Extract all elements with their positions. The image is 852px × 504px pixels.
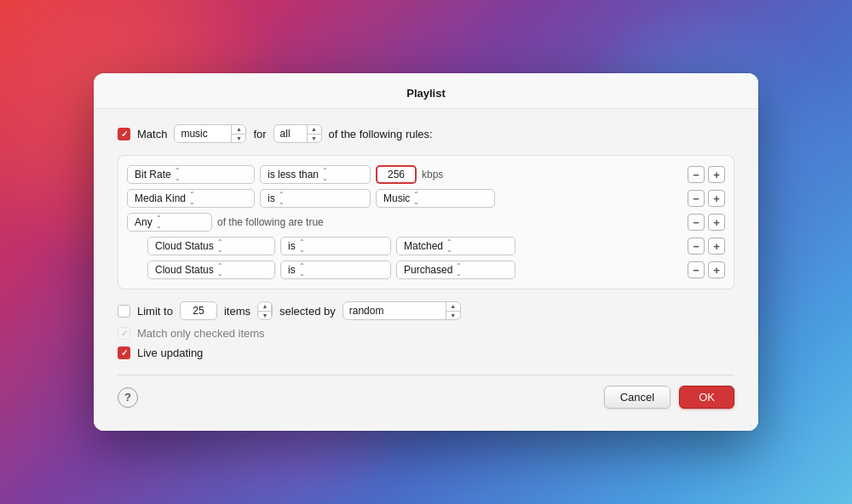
rule2-value-dropdown[interactable]: Music ⌃⌄ bbox=[376, 189, 495, 208]
rule1-field-dropdown[interactable]: Bit Rate ⌃⌄ bbox=[127, 165, 255, 184]
match-row: Match music movies TV Shows podcasts ▲ ▼… bbox=[118, 124, 734, 143]
rule1-remove-btn[interactable]: − bbox=[688, 166, 705, 183]
rule1-unit: kbps bbox=[422, 169, 443, 180]
match-label: Match bbox=[137, 128, 167, 140]
match-type-dropdown[interactable]: music movies TV Shows podcasts bbox=[175, 125, 231, 142]
nested1-remove-btn[interactable]: − bbox=[688, 238, 705, 255]
footer-divider bbox=[118, 375, 734, 375]
rule1-operator-dropdown[interactable]: is less than ⌃⌄ bbox=[260, 165, 371, 184]
live-updating-label: Live updating bbox=[137, 346, 203, 359]
nested1-value-text: Matched bbox=[404, 240, 443, 252]
nested1-add-btn[interactable]: + bbox=[708, 238, 725, 255]
live-updating-checkbox[interactable] bbox=[118, 346, 130, 359]
rule2-buttons: − + bbox=[688, 190, 725, 207]
rule-row-1: Bit Rate ⌃⌄ is less than ⌃⌄ kbps − + bbox=[127, 163, 725, 186]
selected-by-label: selected by bbox=[279, 305, 336, 318]
rule3-field-dropdown[interactable]: Any ⌃⌄ bbox=[127, 213, 212, 232]
match-type-up-arrow[interactable]: ▲ bbox=[232, 125, 245, 135]
rule2-operator-dropdown[interactable]: is ⌃⌄ bbox=[260, 189, 371, 208]
rule1-field-value: Bit Rate bbox=[135, 169, 171, 180]
nested1-buttons: − + bbox=[688, 238, 725, 255]
condition-dropdown[interactable]: all any none bbox=[274, 125, 307, 142]
of-following-label: of the following rules: bbox=[329, 128, 433, 140]
rule2-operator-arrow: ⌃⌄ bbox=[279, 191, 285, 206]
nested2-operator-arrow: ⌃⌄ bbox=[299, 262, 305, 278]
ok-button[interactable]: OK bbox=[679, 386, 734, 409]
nested-rule-row-2: Cloud Status ⌃⌄ is ⌃⌄ Purchased ⌃⌄ − + bbox=[127, 258, 725, 282]
nested2-value-text: Purchased bbox=[404, 264, 452, 276]
nested2-add-btn[interactable]: + bbox=[708, 261, 725, 278]
rule-row-3: Any ⌃⌄ of the following are true − + bbox=[127, 210, 725, 234]
dialog-overlay: Playlist Match music movies TV Shows pod… bbox=[0, 0, 852, 504]
nested1-field-value: Cloud Status bbox=[155, 240, 214, 252]
limit-label: Limit to bbox=[137, 305, 173, 318]
nested2-field-dropdown[interactable]: Cloud Status ⌃⌄ bbox=[147, 261, 275, 279]
selected-by-up-arrow[interactable]: ▲ bbox=[446, 302, 460, 312]
limit-input[interactable] bbox=[180, 301, 217, 320]
nested1-field-dropdown[interactable]: Cloud Status ⌃⌄ bbox=[147, 237, 275, 255]
nested1-operator-arrow: ⌃⌄ bbox=[299, 238, 305, 254]
limit-row: Limit to items ▲ ▼ selected by random al… bbox=[118, 301, 734, 320]
condition-arrows: ▲ ▼ bbox=[307, 125, 321, 142]
selected-by-select[interactable]: random album artist genre highest rating… bbox=[343, 301, 461, 320]
match-checked-row: Match only checked items bbox=[118, 327, 734, 340]
rule2-operator-value: is bbox=[268, 192, 275, 204]
items-label: items bbox=[224, 305, 250, 318]
rules-container: Bit Rate ⌃⌄ is less than ⌃⌄ kbps − + bbox=[118, 155, 734, 289]
condition-select[interactable]: all any none ▲ ▼ bbox=[273, 124, 322, 143]
footer-buttons: Cancel OK bbox=[604, 386, 734, 409]
condition-up-arrow[interactable]: ▲ bbox=[308, 125, 321, 135]
rule3-remove-btn[interactable]: − bbox=[688, 214, 705, 231]
rule3-field-arrow: ⌃⌄ bbox=[156, 215, 162, 230]
nested2-operator-value: is bbox=[288, 264, 296, 276]
nested2-value-arrow: ⌃⌄ bbox=[456, 262, 462, 278]
rule1-value-input[interactable] bbox=[376, 165, 417, 184]
match-type-down-arrow[interactable]: ▼ bbox=[232, 135, 245, 143]
rule3-static-text: of the following are true bbox=[217, 216, 324, 228]
nested2-buttons: − + bbox=[688, 261, 725, 278]
items-down-arrow[interactable]: ▼ bbox=[258, 312, 272, 320]
for-label: for bbox=[253, 128, 266, 140]
match-checked-label: Match only checked items bbox=[137, 327, 265, 340]
nested2-remove-btn[interactable]: − bbox=[688, 261, 705, 278]
live-updating-row: Live updating bbox=[118, 346, 734, 359]
nested2-operator-dropdown[interactable]: is ⌃⌄ bbox=[280, 261, 391, 279]
help-label: ? bbox=[124, 391, 131, 404]
dialog-title: Playlist bbox=[406, 87, 446, 100]
rule2-field-dropdown[interactable]: Media Kind ⌃⌄ bbox=[127, 189, 255, 208]
nested1-field-arrow: ⌃⌄ bbox=[217, 238, 223, 254]
selected-by-arrows: ▲ ▼ bbox=[446, 302, 460, 319]
limit-checkbox[interactable] bbox=[118, 305, 130, 318]
dialog-titlebar: Playlist bbox=[94, 73, 758, 109]
selected-by-down-arrow[interactable]: ▼ bbox=[446, 312, 460, 320]
rule2-value-arrow: ⌃⌄ bbox=[413, 191, 419, 206]
nested2-field-arrow: ⌃⌄ bbox=[217, 262, 223, 278]
help-button[interactable]: ? bbox=[118, 387, 138, 408]
rule2-remove-btn[interactable]: − bbox=[688, 190, 705, 207]
nested1-value-arrow: ⌃⌄ bbox=[446, 238, 452, 254]
nested-rule-row-1: Cloud Status ⌃⌄ is ⌃⌄ Matched ⌃⌄ − + bbox=[127, 234, 725, 258]
nested1-operator-value: is bbox=[288, 240, 296, 252]
dialog-body: Match music movies TV Shows podcasts ▲ ▼… bbox=[94, 109, 758, 431]
rule2-value-text: Music bbox=[383, 192, 410, 204]
condition-down-arrow[interactable]: ▼ bbox=[308, 135, 321, 143]
match-checked-checkbox[interactable] bbox=[118, 327, 130, 340]
nested2-value-dropdown[interactable]: Purchased ⌃⌄ bbox=[396, 261, 515, 279]
playlist-dialog: Playlist Match music movies TV Shows pod… bbox=[94, 73, 758, 431]
rule2-add-btn[interactable]: + bbox=[708, 190, 725, 207]
rule3-add-btn[interactable]: + bbox=[708, 214, 725, 231]
rule1-operator-value: is less than bbox=[268, 169, 319, 180]
match-type-select[interactable]: music movies TV Shows podcasts ▲ ▼ bbox=[174, 124, 246, 143]
items-up-arrow[interactable]: ▲ bbox=[258, 302, 272, 312]
cancel-button[interactable]: Cancel bbox=[604, 386, 671, 409]
selected-by-dropdown[interactable]: random album artist genre highest rating… bbox=[343, 302, 446, 319]
rule1-add-btn[interactable]: + bbox=[708, 166, 725, 183]
rule2-field-arrow: ⌃⌄ bbox=[189, 191, 195, 206]
match-checkbox[interactable] bbox=[118, 128, 130, 140]
items-stepper[interactable]: ▲ ▼ bbox=[257, 301, 273, 320]
rule-row-2: Media Kind ⌃⌄ is ⌃⌄ Music ⌃⌄ − + bbox=[127, 186, 725, 210]
rule1-buttons: − + bbox=[688, 166, 725, 183]
nested1-value-dropdown[interactable]: Matched ⌃⌄ bbox=[396, 237, 515, 255]
rule1-field-arrow: ⌃⌄ bbox=[175, 167, 181, 182]
nested1-operator-dropdown[interactable]: is ⌃⌄ bbox=[280, 237, 391, 255]
